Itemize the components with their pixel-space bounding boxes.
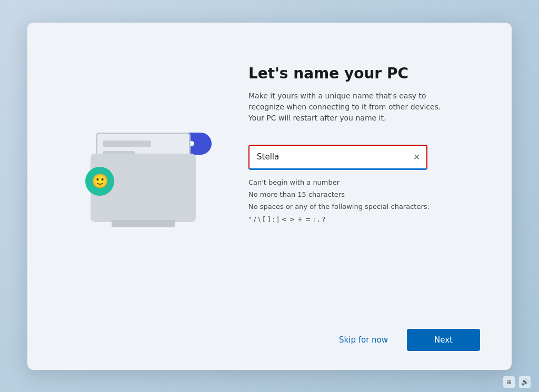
network-icon: ⊕ [503, 376, 515, 388]
pc-name-field-wrapper: ✕ [248, 145, 427, 170]
left-panel: 🙂 [59, 54, 227, 306]
illustration: 🙂 [69, 122, 217, 238]
dialog-container: 🙂 Let's name your PC Make it yours with … [27, 23, 512, 370]
rule-3: No spaces or any of the following specia… [248, 200, 480, 213]
clear-input-button[interactable]: ✕ [411, 151, 422, 164]
rule-4: " / \ [ ] : | < > + = ; , ? [248, 213, 480, 225]
pc-name-input[interactable] [248, 145, 427, 170]
laptop-stand [112, 220, 175, 227]
validation-rules: Can't begin with a number No more than 1… [248, 176, 480, 226]
smiley-icon: 🙂 [92, 173, 108, 189]
right-panel: Let's name your PC Make it yours with a … [227, 54, 480, 306]
page-description: Make it yours with a unique name that's … [248, 91, 448, 124]
rule-1: Can't begin with a number [248, 176, 480, 188]
skip-for-now-button[interactable]: Skip for now [328, 330, 398, 350]
next-button[interactable]: Next [407, 329, 480, 351]
dialog-content: 🙂 Let's name your PC Make it yours with … [27, 23, 512, 316]
screen-line-1 [103, 140, 151, 147]
sound-icon: 🔊 [519, 376, 531, 388]
rule-2: No more than 15 characters [248, 188, 480, 200]
taskbar-area: ⊕ 🔊 [503, 376, 531, 388]
page-title: Let's name your PC [248, 65, 480, 82]
dialog-footer: Skip for now Next [27, 316, 512, 370]
smiley-avatar: 🙂 [85, 167, 114, 196]
